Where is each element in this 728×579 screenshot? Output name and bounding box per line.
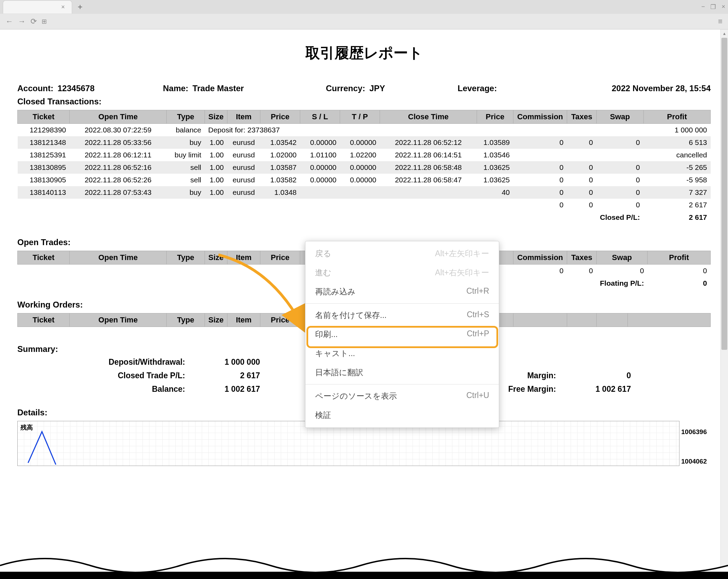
toolbar: ← → ⟳ ⊞ ≡	[0, 14, 728, 29]
svg-rect-0	[0, 572, 728, 579]
menu-item-label: 検証	[315, 410, 331, 421]
balance-value: 1 002 617	[191, 384, 260, 394]
context-menu-item[interactable]: 検証	[305, 406, 499, 425]
account-value: 12345678	[58, 84, 95, 93]
currency-value: JPY	[369, 84, 385, 93]
margin-value: 0	[562, 371, 631, 380]
account-label: Account:	[17, 84, 53, 93]
chart-line-icon	[25, 428, 66, 466]
table-row: 1212983902022.08.30 07:22:59balanceDepos…	[18, 124, 711, 137]
closed-pl-row: Closed P/L:2 617	[18, 211, 711, 224]
context-menu-item[interactable]: 日本語に翻訳	[305, 363, 499, 382]
back-icon[interactable]: ←	[6, 17, 13, 26]
menu-divider	[305, 384, 499, 384]
table-row: 1381253912022.11.28 06:12:11buy limit1.0…	[18, 149, 711, 161]
context-menu-item[interactable]: ページのソースを表示Ctrl+U	[305, 387, 499, 406]
scrollbar-thumb[interactable]	[721, 38, 727, 350]
menu-item-shortcut: Ctrl+S	[467, 310, 489, 321]
browser-tab[interactable]: ×	[3, 0, 72, 14]
th-item: Item	[227, 110, 260, 124]
restore-icon[interactable]: ❐	[710, 3, 716, 11]
context-menu-item: 戻るAlt+左矢印キー	[305, 244, 499, 263]
forward-icon[interactable]: →	[18, 17, 26, 26]
th-close-time: Close Time	[380, 110, 477, 124]
menu-item-label: キャスト...	[315, 348, 355, 359]
close-icon[interactable]: ×	[61, 3, 65, 11]
context-menu-item[interactable]: 再読み込みCtrl+R	[305, 282, 499, 301]
free-margin-value: 1 002 617	[562, 384, 631, 394]
menu-item-shortcut: Ctrl+U	[466, 391, 489, 401]
chart-y2: 1004062	[681, 458, 707, 465]
apps-icon[interactable]: ⊞	[42, 18, 47, 25]
th-type: Type	[167, 110, 205, 124]
menu-item-shortcut: Ctrl+R	[466, 286, 489, 297]
menu-item-shortcut: Alt+右矢印キー	[435, 267, 489, 278]
currency-label: Currency:	[326, 84, 365, 93]
context-menu-item: 進むAlt+右矢印キー	[305, 263, 499, 282]
th-tp: T / P	[340, 110, 380, 124]
table-row: 1381213482022.11.28 05:33:56buy1.00eurus…	[18, 136, 711, 149]
closed-transactions-table: Ticket Open Time Type Size Item Price S …	[17, 110, 711, 224]
minimize-icon[interactable]: −	[701, 3, 705, 11]
content-area: 取引履歴レポート Account:12345678 Name:Trade Mas…	[0, 29, 728, 579]
menu-icon[interactable]: ≡	[718, 17, 722, 26]
chart-y1: 1006396	[681, 428, 707, 436]
context-menu-item[interactable]: 印刷...Ctrl+P	[305, 325, 499, 344]
reload-icon[interactable]: ⟳	[31, 17, 37, 26]
menu-item-label: 印刷...	[315, 329, 338, 340]
menu-item-label: 日本語に翻訳	[315, 367, 363, 378]
th-sl: S / L	[300, 110, 340, 124]
menu-item-shortcut: Alt+左矢印キー	[435, 248, 489, 259]
th-taxes: Taxes	[567, 110, 597, 124]
context-menu-item[interactable]: キャスト...	[305, 344, 499, 363]
leverage-label: Leverage:	[458, 84, 497, 93]
th-size: Size	[205, 110, 227, 124]
report-datetime: 2022 November 28, 15:54	[612, 84, 711, 93]
th-commission: Commission	[513, 110, 567, 124]
scrollbar[interactable]: ▴ ▾	[720, 29, 728, 579]
account-info-row: Account:12345678 Name:Trade Master Curre…	[17, 84, 711, 93]
context-menu: 戻るAlt+左矢印キー進むAlt+右矢印キー再読み込みCtrl+R名前を付けて保…	[305, 241, 499, 428]
table-row: 1381308952022.11.28 06:52:16sell1.00euru…	[18, 161, 711, 174]
close-window-icon[interactable]: ×	[721, 3, 725, 11]
table-header-row: Ticket Open Time Type Size Item Price S …	[18, 110, 711, 124]
th-open-time: Open Time	[70, 110, 167, 124]
menu-divider	[305, 303, 499, 304]
closed-pl-label: Closed Trade P/L:	[59, 371, 191, 380]
closed-transactions-title: Closed Transactions:	[17, 97, 711, 106]
window-controls: − ❐ ×	[701, 3, 725, 11]
name-label: Name:	[163, 84, 188, 93]
th-price2: Price	[477, 110, 513, 124]
context-menu-item[interactable]: 名前を付けて保存...Ctrl+S	[305, 306, 499, 325]
scroll-up-icon[interactable]: ▴	[721, 29, 728, 37]
menu-item-label: 名前を付けて保存...	[315, 310, 387, 321]
tabs-bar: × + − ❐ ×	[0, 0, 728, 14]
balance-label: Balance:	[59, 384, 191, 394]
menu-item-label: 進む	[315, 267, 331, 278]
deposit-label: Deposit/Withdrawal:	[59, 357, 191, 367]
wave-decoration	[0, 548, 728, 579]
page-title: 取引履歴レポート	[17, 43, 711, 63]
new-tab-button[interactable]: +	[73, 2, 87, 12]
menu-item-label: 再読み込み	[315, 286, 356, 297]
table-row: 1381401132022.11.28 07:53:43buy1.00eurus…	[18, 186, 711, 199]
th-ticket: Ticket	[18, 110, 70, 124]
th-price: Price	[260, 110, 300, 124]
name-value: Trade Master	[192, 84, 244, 93]
browser-chrome: × + − ❐ × ← → ⟳ ⊞ ≡	[0, 0, 728, 29]
closed-pl-value: 2 617	[191, 371, 260, 380]
th-swap: Swap	[597, 110, 644, 124]
totals-row: 0002 617	[18, 199, 711, 211]
deposit-value: 1 000 000	[191, 357, 260, 367]
menu-item-label: ページのソースを表示	[315, 391, 397, 401]
menu-item-shortcut: Ctrl+P	[467, 329, 489, 340]
menu-item-label: 戻る	[315, 248, 331, 259]
th-profit: Profit	[643, 110, 710, 124]
table-row: 1381309052022.11.28 06:52:26sell1.00euru…	[18, 174, 711, 186]
